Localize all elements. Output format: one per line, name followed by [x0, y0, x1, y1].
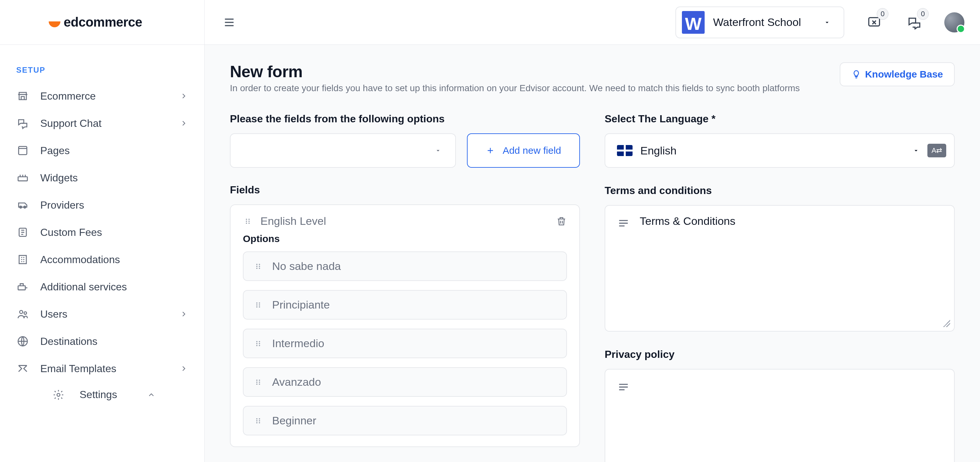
svg-point-45 — [259, 418, 260, 419]
svg-point-22 — [259, 266, 260, 267]
drag-handle-icon[interactable] — [243, 216, 253, 226]
uk-flag-icon — [617, 145, 633, 156]
drag-handle-icon[interactable] — [253, 339, 263, 348]
field-card: English Level Options No sabe nada — [230, 205, 580, 447]
sidebar-item-providers[interactable]: Providers — [0, 191, 204, 219]
delete-field-button[interactable] — [556, 216, 567, 227]
app-root: edcommerce SETUP Ecommerce Support Chat — [0, 0, 980, 462]
option-item[interactable]: Avanzado — [243, 367, 567, 397]
plus-icon — [486, 146, 495, 155]
text-lines-icon — [617, 217, 630, 230]
svg-point-27 — [259, 302, 260, 304]
drag-handle-icon[interactable] — [253, 416, 263, 425]
option-item[interactable]: Beginner — [243, 406, 567, 435]
svg-point-10 — [57, 393, 60, 396]
svg-point-47 — [259, 422, 260, 423]
svg-rect-0 — [19, 146, 27, 154]
svg-point-32 — [256, 345, 258, 346]
options-label: Options — [243, 233, 567, 244]
form-columns: Please the fields from the following opt… — [230, 113, 955, 462]
svg-point-29 — [259, 306, 260, 308]
notifications-cancel-button[interactable]: 0 — [864, 12, 885, 33]
users-icon — [16, 308, 29, 321]
option-item[interactable]: Principiante — [243, 290, 567, 319]
svg-point-25 — [256, 304, 258, 306]
sidebar-item-email-templates[interactable]: Email Templates — [0, 355, 204, 382]
drag-handle-icon[interactable] — [253, 377, 263, 387]
svg-point-24 — [256, 302, 258, 304]
chevron-up-icon — [147, 391, 156, 399]
sidebar-item-label: Destinations — [40, 335, 97, 348]
svg-point-39 — [259, 379, 260, 381]
terms-textarea[interactable]: Terms & Conditions — [605, 205, 955, 332]
sidebar-item-label: Accommodations — [40, 254, 120, 266]
providers-icon — [16, 198, 29, 211]
page-title-block: New form In order to create your fields … — [230, 62, 800, 94]
sidebar-item-label: Additional services — [40, 281, 127, 293]
svg-point-23 — [259, 268, 260, 269]
caret-down-icon — [824, 19, 830, 26]
fields-section-label: Fields — [230, 184, 580, 196]
sidebar-item-additional-services[interactable]: Additional services — [0, 273, 204, 300]
sidebar: edcommerce SETUP Ecommerce Support Chat — [0, 0, 205, 462]
sidebar-item-pages[interactable]: Pages — [0, 137, 204, 164]
caret-down-icon — [434, 147, 442, 154]
sidebar-item-accommodations[interactable]: Accommodations — [0, 246, 204, 273]
terms-value: Terms & Conditions — [640, 215, 735, 227]
option-item[interactable]: No sabe nada — [243, 251, 567, 281]
drag-handle-icon[interactable] — [253, 300, 263, 310]
resize-handle-icon[interactable] — [943, 320, 950, 327]
storefront-icon — [16, 89, 29, 103]
topbar: W Waterfront School 0 0 — [205, 0, 980, 45]
sidebar-subitem-settings[interactable]: Settings — [0, 382, 204, 407]
add-new-field-button[interactable]: Add new field — [467, 133, 580, 168]
sidebar-item-label: Pages — [40, 145, 70, 157]
sidebar-item-label: Email Templates — [40, 363, 116, 375]
chevron-right-icon — [180, 310, 188, 318]
user-avatar[interactable] — [944, 12, 964, 32]
svg-rect-5 — [19, 255, 26, 264]
svg-point-8 — [24, 312, 27, 314]
menu-toggle-button[interactable] — [220, 13, 239, 32]
svg-point-34 — [259, 343, 260, 344]
sidebar-item-label: Widgets — [40, 172, 78, 184]
language-select[interactable]: English A⇄ — [605, 133, 955, 168]
svg-point-12 — [246, 219, 247, 220]
option-item[interactable]: Intermedio — [243, 329, 567, 358]
svg-point-18 — [256, 264, 258, 265]
template-icon — [16, 362, 29, 375]
field-picker-row: Add new field — [230, 133, 580, 168]
sidebar-item-destinations[interactable]: Destinations — [0, 328, 204, 355]
svg-point-28 — [259, 304, 260, 306]
sidebar-item-ecommerce[interactable]: Ecommerce — [0, 83, 204, 110]
sidebar-item-widgets[interactable]: Widgets — [0, 164, 204, 191]
brand-name: edcommerce — [64, 15, 142, 30]
sidebar-section-label: SETUP — [0, 45, 204, 83]
svg-point-40 — [259, 381, 260, 383]
school-selector[interactable]: W Waterfront School — [675, 6, 844, 38]
svg-point-41 — [259, 384, 260, 385]
sidebar-item-support-chat[interactable]: Support Chat — [0, 110, 204, 137]
caret-down-icon — [912, 147, 920, 154]
option-label: Beginner — [272, 414, 316, 427]
field-header: English Level — [243, 215, 567, 227]
language-label: Select The Language * — [605, 113, 955, 125]
svg-point-36 — [256, 379, 258, 381]
drag-handle-icon[interactable] — [253, 262, 263, 271]
sidebar-item-custom-fees[interactable]: Custom Fees — [0, 219, 204, 246]
chevron-right-icon — [180, 92, 188, 100]
messages-button[interactable]: 0 — [904, 12, 925, 33]
badge-count: 0 — [877, 8, 888, 20]
svg-point-21 — [259, 264, 260, 265]
privacy-textarea[interactable] — [605, 369, 955, 462]
svg-point-35 — [259, 345, 260, 346]
logo-swoosh-icon — [49, 21, 60, 27]
svg-point-20 — [256, 268, 258, 269]
field-select[interactable] — [230, 133, 456, 168]
knowledge-base-button[interactable]: Knowledge Base — [840, 62, 955, 86]
sidebar-item-users[interactable]: Users — [0, 300, 204, 328]
svg-point-44 — [256, 422, 258, 423]
language-value: English — [640, 144, 905, 157]
page-title: New form — [230, 62, 800, 81]
svg-point-37 — [256, 381, 258, 383]
